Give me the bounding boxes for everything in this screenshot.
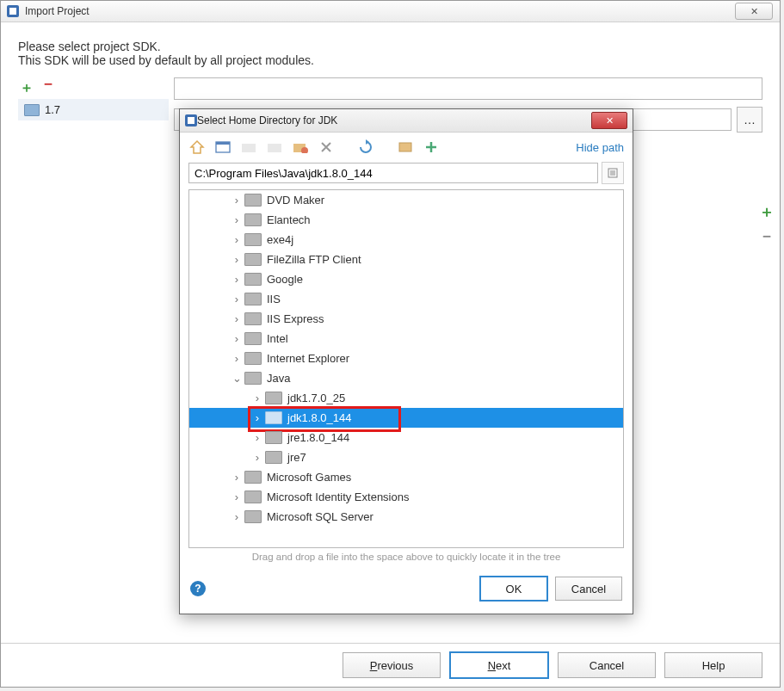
sdk-list-item[interactable]: 1.7	[18, 99, 169, 120]
browse-button[interactable]: …	[737, 107, 762, 133]
tree-row-label: FileZilla FTP Client	[267, 253, 361, 266]
tree-row-label: IIS	[267, 293, 281, 305]
ok-button[interactable]: OK	[479, 576, 548, 602]
tree-row[interactable]: ›Google	[189, 269, 623, 289]
show-hidden-icon[interactable]	[397, 139, 414, 156]
expand-arrow-icon[interactable]: ›	[231, 213, 243, 226]
folder-icon	[265, 451, 282, 464]
page-heading: Please select project SDK.	[18, 40, 762, 53]
tree-row-label: Microsoft Games	[267, 471, 351, 484]
help-wizard-button[interactable]: Help	[664, 652, 762, 678]
folder-icon	[244, 510, 262, 523]
expand-arrow-icon[interactable]: ›	[231, 253, 243, 266]
folder-icon	[244, 490, 262, 503]
home-icon[interactable]	[188, 139, 206, 156]
tree-row[interactable]: ›Microsoft Games	[189, 467, 623, 487]
tree-row[interactable]: ›Intel	[189, 329, 623, 349]
folder-icon	[244, 352, 262, 365]
tree-row-label: Google	[267, 273, 303, 286]
select-home-dialog: Select Home Directory for JDK ✕ Hide pat…	[179, 108, 633, 614]
window-body: Please select project SDK. This SDK will…	[1, 22, 780, 643]
desktop-icon[interactable]	[214, 139, 231, 156]
tree-row[interactable]: ›exe4j	[189, 230, 623, 250]
cancel-button[interactable]: Cancel	[555, 577, 622, 601]
add-sdk-icon[interactable]: ＋	[20, 79, 34, 97]
expand-arrow-icon[interactable]: ›	[251, 392, 263, 404]
tree-row-label: Intel	[267, 332, 288, 345]
hide-path-link[interactable]: Hide path	[576, 141, 624, 154]
tree-row[interactable]: ›Microsoft Identity Extensions	[189, 487, 623, 507]
sdk-item-label: 1.7	[45, 103, 60, 116]
expand-arrow-icon[interactable]: ›	[231, 332, 243, 345]
tree-row[interactable]: ›jre1.8.0_144	[189, 428, 623, 447]
tree-row[interactable]: ›FileZilla FTP Client	[189, 250, 623, 269]
expand-arrow-icon[interactable]: ›	[231, 352, 243, 365]
wizard-footer: Previous Next Cancel Help	[1, 643, 780, 687]
tree-row[interactable]: ›Microsoft SQL Server	[189, 507, 623, 527]
next-button[interactable]: Next	[449, 651, 549, 679]
folder-icon	[244, 312, 262, 325]
folder-icon	[244, 194, 262, 207]
dialog-titlebar: Select Home Directory for JDK ✕	[180, 109, 633, 133]
expand-arrow-icon[interactable]: ›	[251, 431, 263, 444]
expand-arrow-icon[interactable]: ›	[231, 293, 243, 305]
expand-arrow-icon[interactable]: ›	[231, 312, 243, 325]
tree-row[interactable]: ›Internet Explorer	[189, 349, 623, 368]
import-project-window: Import Project ✕ Please select project S…	[0, 0, 781, 688]
expand-arrow-icon[interactable]: ›	[231, 490, 243, 503]
folder-icon	[265, 392, 282, 404]
svg-rect-6	[242, 144, 256, 152]
tree-row[interactable]: ›IIS Express	[189, 309, 623, 329]
btn-next-rest: ext	[496, 659, 510, 672]
folder-icon	[244, 293, 262, 305]
tree-row[interactable]: ›jre7	[189, 447, 623, 467]
expand-arrow-icon[interactable]: ›	[231, 510, 243, 523]
directory-tree: ›DVD Maker›Elantech›exe4j›FileZilla FTP …	[188, 189, 624, 548]
expand-arrow-icon[interactable]: ›	[251, 411, 263, 424]
tree-row-label: jdk1.7.0_25	[287, 392, 345, 404]
btn-prev-rest: revious	[377, 659, 413, 672]
cancel-wizard-button[interactable]: Cancel	[558, 652, 656, 678]
expand-arrow-icon[interactable]: ›	[231, 194, 243, 207]
path-input[interactable]	[188, 163, 598, 183]
tree-row-label: IIS Express	[267, 312, 324, 325]
tree-row[interactable]: ›IIS	[189, 289, 623, 309]
tree-row[interactable]: ⌄Java	[189, 368, 623, 388]
tree-row-label: Elantech	[267, 213, 311, 226]
svg-rect-7	[268, 144, 281, 152]
tree-row-label: jdk1.8.0_144	[287, 411, 351, 424]
tree-row-label: Microsoft Identity Extensions	[267, 490, 409, 503]
add-classpath-icon[interactable]: ＋	[759, 201, 775, 222]
help-icon[interactable]: ?	[190, 581, 206, 596]
expand-arrow-icon[interactable]: ›	[231, 471, 243, 484]
page-subheading: This SDK will be used by default by all …	[18, 53, 762, 67]
tree-row[interactable]: ›Elantech	[189, 210, 623, 230]
new-folder-icon[interactable]	[292, 139, 309, 156]
svg-rect-5	[216, 142, 230, 145]
folder-icon	[244, 471, 262, 484]
tree-row-label: Internet Explorer	[267, 352, 349, 365]
tree-row[interactable]: ›DVD Maker	[189, 190, 623, 210]
folder-icon	[244, 213, 262, 226]
refresh-icon[interactable]	[357, 139, 374, 156]
remove-sdk-icon[interactable]: －	[40, 79, 56, 97]
dialog-close-button[interactable]: ✕	[591, 112, 627, 129]
app-icon	[6, 4, 20, 18]
expand-arrow-icon[interactable]: ⌄	[231, 372, 243, 385]
remove-classpath-icon[interactable]: －	[759, 225, 775, 246]
tree-row-label: jre1.8.0_144	[287, 431, 349, 444]
module-icon[interactable]	[266, 139, 283, 156]
project-icon[interactable]	[240, 139, 257, 156]
expand-arrow-icon[interactable]: ›	[231, 233, 243, 246]
sdk-name-input[interactable]	[174, 77, 762, 100]
previous-button[interactable]: Previous	[343, 652, 441, 678]
tree-scrollarea[interactable]: ›DVD Maker›Elantech›exe4j›FileZilla FTP …	[189, 190, 623, 547]
expand-arrow-icon[interactable]: ›	[231, 273, 243, 286]
add-path-icon[interactable]	[423, 139, 440, 156]
delete-icon[interactable]	[318, 139, 335, 156]
window-close-button[interactable]: ✕	[735, 3, 773, 20]
tree-row[interactable]: ›jdk1.8.0_144	[189, 408, 623, 428]
tree-row[interactable]: ›jdk1.7.0_25	[189, 388, 623, 408]
expand-arrow-icon[interactable]: ›	[251, 451, 263, 464]
path-history-button[interactable]	[602, 162, 624, 184]
